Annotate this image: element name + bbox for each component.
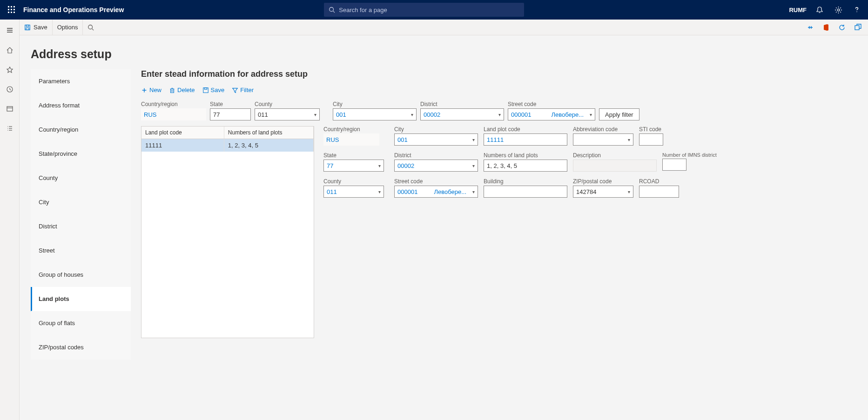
global-search-input[interactable]: [339, 7, 519, 13]
svg-point-9: [330, 7, 334, 12]
search-icon: [329, 7, 335, 13]
svg-rect-4: [11, 9, 12, 10]
svg-rect-6: [8, 12, 9, 13]
svg-rect-14: [25, 25, 30, 30]
app-launcher-icon[interactable]: [2, 0, 21, 20]
save-button[interactable]: Save: [20, 20, 53, 35]
svg-point-12: [837, 9, 840, 11]
settings-icon[interactable]: [829, 0, 848, 20]
svg-rect-19: [855, 26, 859, 30]
svg-line-10: [333, 11, 335, 13]
svg-rect-0: [8, 6, 9, 7]
office-icon[interactable]: [820, 21, 833, 34]
page-search-button[interactable]: [83, 20, 99, 35]
global-header: Finance and Operations Preview RUMF: [0, 0, 868, 20]
svg-rect-7: [11, 12, 12, 13]
notifications-icon[interactable]: [810, 0, 829, 20]
options-button[interactable]: Options: [53, 20, 83, 35]
hamburger-icon[interactable]: [0, 22, 20, 35]
action-toolbar: Save Options: [0, 20, 868, 35]
svg-point-13: [856, 12, 857, 13]
svg-rect-8: [13, 12, 15, 13]
svg-rect-15: [26, 25, 28, 27]
svg-point-17: [88, 25, 93, 29]
global-search[interactable]: [324, 3, 524, 17]
nav-rail: [0, 20, 20, 35]
user-label[interactable]: RUMF: [785, 7, 810, 13]
svg-rect-16: [26, 27, 29, 29]
refresh-icon[interactable]: [835, 21, 848, 34]
popout-icon[interactable]: [851, 21, 864, 34]
search-icon: [87, 24, 94, 31]
svg-rect-2: [13, 6, 15, 7]
svg-line-18: [92, 28, 94, 30]
options-label: Options: [57, 24, 78, 31]
svg-rect-3: [8, 9, 9, 10]
help-icon[interactable]: [848, 0, 866, 20]
attachments-icon[interactable]: [804, 21, 817, 34]
svg-rect-5: [13, 9, 15, 10]
brand-title: Finance and Operations Preview: [23, 6, 124, 13]
svg-rect-1: [11, 6, 12, 7]
save-label: Save: [34, 24, 47, 31]
save-icon: [24, 24, 31, 31]
